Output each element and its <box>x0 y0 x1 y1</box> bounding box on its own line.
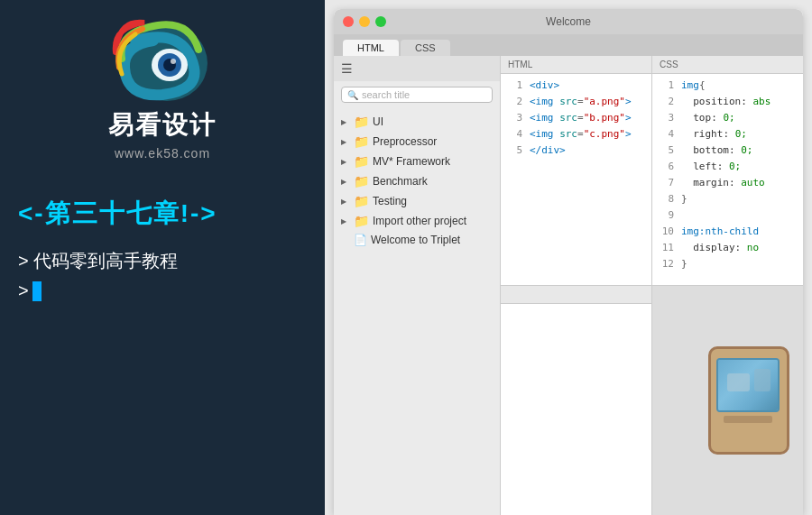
code-line: 10 img:nth-child <box>652 224 803 240</box>
code-line: 3 top: 0; <box>652 110 803 126</box>
css-code-content: 1 img{ 2 position: abs 3 top: 0; 4 <box>652 74 803 276</box>
code-line: 5 </div> <box>501 143 651 159</box>
tree-item-testing[interactable]: ▶ 📁 Testing <box>334 191 500 211</box>
css-label: CSS <box>660 60 678 69</box>
folder-icon: 📁 <box>354 154 369 169</box>
tree-item-welcome[interactable]: ▶ 📄 Welcome to Triplet <box>334 231 500 249</box>
logo-area: 易看设计 www.ek58.com <box>108 18 217 161</box>
svg-point-4 <box>171 59 176 64</box>
tab-html[interactable]: HTML <box>343 40 399 56</box>
device-illustration <box>704 342 794 459</box>
subtitle-label: > 代码零到高手教程 <box>18 249 178 273</box>
tree-item-benchmark[interactable]: ▶ 📁 Benchmark <box>334 171 500 191</box>
arrow-icon: ▶ <box>341 178 350 186</box>
code-line: 4 right: 0; <box>652 126 803 143</box>
right-panel: Welcome HTML CSS ☰ 🔍 search title ▶ <box>325 0 812 515</box>
code-line: 4 <img src="c.png"> <box>501 126 651 143</box>
search-bar[interactable]: 🔍 search title <box>341 87 493 103</box>
html-code-content: 1 <div> 2 <img src="a.png"> 3 <img src="… <box>501 74 651 162</box>
left-panel: 易看设计 www.ek58.com <-第三十七章!-> > 代码零到高手教程 … <box>0 0 325 515</box>
ide-tab-bar: HTML CSS <box>334 34 803 56</box>
device-screen <box>716 358 780 412</box>
code-line: 12 } <box>652 256 803 272</box>
cursor-block <box>32 281 42 301</box>
tree-item-ui[interactable]: ▶ 📁 UI <box>334 112 500 132</box>
brand-url: www.ek58.com <box>115 146 210 161</box>
tab-css[interactable]: CSS <box>401 40 450 56</box>
window-title: Welcome <box>546 15 591 28</box>
brand-name-chinese: 易看设计 <box>108 108 217 143</box>
ide-body: ☰ 🔍 search title ▶ 📁 UI ▶ 📁 Preproc <box>334 56 803 515</box>
search-icon: 🔍 <box>347 90 358 100</box>
traffic-close-button[interactable] <box>343 16 354 27</box>
code-line: 6 left: 0; <box>652 159 803 175</box>
code-line: 11 display: no <box>652 240 803 256</box>
tree-item-mv-framework[interactable]: ▶ 📁 MV* Framework <box>334 152 500 171</box>
tree-item-import[interactable]: ▶ 📁 Import other project <box>334 211 500 231</box>
code-line: 8 } <box>652 191 803 207</box>
traffic-maximize-button[interactable] <box>375 16 386 27</box>
cursor-line: > <box>18 280 42 301</box>
code-line: 2 position: abs <box>652 94 803 110</box>
code-line: 1 <div> <box>501 78 651 94</box>
code-line: 1 img{ <box>652 78 803 94</box>
sidebar-toolbar: ☰ <box>334 56 500 81</box>
folder-icon: 📁 <box>354 214 369 228</box>
ide-window: Welcome HTML CSS ☰ 🔍 search title ▶ <box>334 9 803 515</box>
html-code-pane: HTML 1 <div> 2 <img src="a.png"> 3 <box>501 56 651 285</box>
css-code-pane: CSS 1 img{ 2 position: abs 3 <box>652 56 803 285</box>
code-line: 7 margin: auto <box>652 175 803 191</box>
html-label: HTML <box>508 60 532 69</box>
arrow-icon: ▶ <box>341 118 350 126</box>
code-line: 5 bottom: 0; <box>652 143 803 159</box>
folder-icon: 📁 <box>354 174 369 189</box>
arrow-icon: ▶ <box>341 158 350 166</box>
hamburger-icon[interactable]: ☰ <box>341 61 353 76</box>
ide-sidebar: ☰ 🔍 search title ▶ 📁 UI ▶ 📁 Preproc <box>334 56 501 515</box>
folder-icon: 📁 <box>354 194 369 208</box>
search-placeholder: search title <box>362 89 486 100</box>
ide-titlebar: Welcome <box>334 9 803 34</box>
tree-item-preprocessor[interactable]: ▶ 📁 Preprocessor <box>334 132 500 152</box>
arrow-icon: ▶ <box>341 138 350 146</box>
preview-pane <box>652 286 803 515</box>
folder-icon: 📁 <box>354 115 369 129</box>
code-area: HTML 1 <div> 2 <img src="a.png"> 3 <box>501 56 803 515</box>
brand-logo <box>108 18 217 108</box>
chapter-label: <-第三十七章!-> <box>18 197 217 231</box>
traffic-minimize-button[interactable] <box>359 16 370 27</box>
css-pane-header: CSS <box>652 56 803 74</box>
code-line: 3 <img src="b.png"> <box>501 110 651 126</box>
bottom-left-pane <box>501 286 651 515</box>
code-line: 2 <img src="a.png"> <box>501 94 651 110</box>
file-tree: ▶ 📁 UI ▶ 📁 Preprocessor ▶ 📁 MV* Framewor… <box>334 108 500 515</box>
file-icon: 📄 <box>354 234 367 246</box>
html-pane-header: HTML <box>501 56 651 74</box>
code-line: 9 <box>652 207 803 224</box>
device-bottom-strip <box>724 416 772 423</box>
arrow-icon: ▶ <box>341 217 350 225</box>
arrow-icon: ▶ <box>341 198 350 206</box>
bottom-left-header <box>501 286 651 304</box>
folder-icon: 📁 <box>354 134 369 149</box>
